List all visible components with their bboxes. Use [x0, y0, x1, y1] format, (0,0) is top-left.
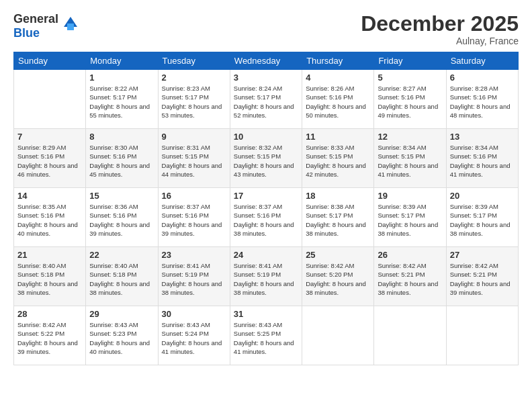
calendar-header-wednesday: Wednesday [230, 52, 302, 70]
calendar-header-saturday: Saturday [446, 52, 518, 70]
day-detail: Sunrise: 8:28 AMSunset: 5:16 PMDaylight:… [450, 84, 515, 120]
day-number: 23 [162, 250, 226, 260]
day-number: 25 [306, 250, 370, 260]
calendar-cell: 14Sunrise: 8:35 AMSunset: 5:16 PMDayligh… [14, 188, 86, 247]
day-detail: Sunrise: 8:40 AMSunset: 5:18 PMDaylight:… [89, 261, 154, 297]
calendar-cell: 3Sunrise: 8:24 AMSunset: 5:17 PMDaylight… [230, 70, 302, 129]
day-detail: Sunrise: 8:39 AMSunset: 5:17 PMDaylight:… [378, 202, 442, 238]
logo: General Blue [13, 12, 81, 40]
day-number: 24 [234, 250, 298, 260]
calendar-cell: 20Sunrise: 8:39 AMSunset: 5:17 PMDayligh… [446, 188, 518, 247]
header: General Blue December 2025 Aulnay, Franc… [13, 12, 519, 46]
calendar-cell: 9Sunrise: 8:31 AMSunset: 5:15 PMDaylight… [158, 129, 230, 188]
logo-text: General Blue [13, 12, 58, 40]
calendar-week-5: 28Sunrise: 8:42 AMSunset: 5:22 PMDayligh… [14, 306, 519, 365]
day-detail: Sunrise: 8:32 AMSunset: 5:15 PMDaylight:… [234, 143, 298, 179]
calendar-cell: 21Sunrise: 8:40 AMSunset: 5:18 PMDayligh… [14, 247, 86, 306]
calendar-cell: 4Sunrise: 8:26 AMSunset: 5:16 PMDaylight… [302, 70, 374, 129]
day-detail: Sunrise: 8:41 AMSunset: 5:19 PMDaylight:… [162, 261, 226, 297]
day-number: 8 [89, 132, 154, 142]
day-number: 15 [89, 191, 154, 201]
calendar-cell: 29Sunrise: 8:43 AMSunset: 5:23 PMDayligh… [86, 306, 158, 365]
calendar-week-2: 7Sunrise: 8:29 AMSunset: 5:16 PMDaylight… [14, 129, 519, 188]
day-number: 26 [378, 250, 442, 260]
calendar-cell: 5Sunrise: 8:27 AMSunset: 5:16 PMDaylight… [374, 70, 446, 129]
day-number: 29 [89, 309, 154, 319]
calendar-cell [374, 306, 446, 365]
calendar-cell: 12Sunrise: 8:34 AMSunset: 5:15 PMDayligh… [374, 129, 446, 188]
day-number: 30 [162, 309, 226, 319]
day-detail: Sunrise: 8:36 AMSunset: 5:16 PMDaylight:… [89, 202, 154, 238]
day-number: 28 [17, 309, 82, 319]
calendar-cell: 15Sunrise: 8:36 AMSunset: 5:16 PMDayligh… [86, 188, 158, 247]
calendar-header-row: SundayMondayTuesdayWednesdayThursdayFrid… [14, 52, 519, 70]
day-detail: Sunrise: 8:42 AMSunset: 5:21 PMDaylight:… [450, 261, 515, 297]
calendar-cell: 23Sunrise: 8:41 AMSunset: 5:19 PMDayligh… [158, 247, 230, 306]
day-detail: Sunrise: 8:24 AMSunset: 5:17 PMDaylight:… [234, 84, 298, 120]
calendar-cell: 17Sunrise: 8:37 AMSunset: 5:16 PMDayligh… [230, 188, 302, 247]
calendar-header-friday: Friday [374, 52, 446, 70]
day-detail: Sunrise: 8:42 AMSunset: 5:20 PMDaylight:… [306, 261, 370, 297]
calendar-header-sunday: Sunday [14, 52, 86, 70]
calendar-cell: 6Sunrise: 8:28 AMSunset: 5:16 PMDaylight… [446, 70, 518, 129]
day-number: 13 [450, 132, 515, 142]
calendar-cell: 26Sunrise: 8:42 AMSunset: 5:21 PMDayligh… [374, 247, 446, 306]
calendar-week-4: 21Sunrise: 8:40 AMSunset: 5:18 PMDayligh… [14, 247, 519, 306]
calendar-cell [14, 70, 86, 129]
day-number: 31 [234, 309, 298, 319]
svg-marker-1 [67, 24, 74, 30]
day-detail: Sunrise: 8:37 AMSunset: 5:16 PMDaylight:… [162, 202, 226, 238]
calendar-week-1: 1Sunrise: 8:22 AMSunset: 5:17 PMDaylight… [14, 70, 519, 129]
calendar-cell: 2Sunrise: 8:23 AMSunset: 5:17 PMDaylight… [158, 70, 230, 129]
calendar-cell: 31Sunrise: 8:43 AMSunset: 5:25 PMDayligh… [230, 306, 302, 365]
location: Aulnay, France [361, 36, 519, 46]
day-number: 3 [234, 73, 298, 83]
calendar-cell: 28Sunrise: 8:42 AMSunset: 5:22 PMDayligh… [14, 306, 86, 365]
calendar-cell: 22Sunrise: 8:40 AMSunset: 5:18 PMDayligh… [86, 247, 158, 306]
day-detail: Sunrise: 8:38 AMSunset: 5:17 PMDaylight:… [306, 202, 370, 238]
day-detail: Sunrise: 8:42 AMSunset: 5:22 PMDaylight:… [17, 320, 82, 356]
day-number: 21 [17, 250, 82, 260]
day-detail: Sunrise: 8:30 AMSunset: 5:16 PMDaylight:… [89, 143, 154, 179]
logo-blue: Blue [13, 26, 40, 40]
calendar-cell: 7Sunrise: 8:29 AMSunset: 5:16 PMDaylight… [14, 129, 86, 188]
calendar-header-monday: Monday [86, 52, 158, 70]
day-number: 18 [306, 191, 370, 201]
calendar-cell: 16Sunrise: 8:37 AMSunset: 5:16 PMDayligh… [158, 188, 230, 247]
calendar: SundayMondayTuesdayWednesdayThursdayFrid… [13, 52, 519, 365]
day-number: 4 [306, 73, 370, 83]
day-detail: Sunrise: 8:42 AMSunset: 5:21 PMDaylight:… [378, 261, 442, 297]
day-number: 12 [378, 132, 442, 142]
calendar-cell: 11Sunrise: 8:33 AMSunset: 5:15 PMDayligh… [302, 129, 374, 188]
day-detail: Sunrise: 8:43 AMSunset: 5:25 PMDaylight:… [234, 320, 298, 356]
day-detail: Sunrise: 8:27 AMSunset: 5:16 PMDaylight:… [378, 84, 442, 120]
calendar-header-tuesday: Tuesday [158, 52, 230, 70]
calendar-cell: 24Sunrise: 8:41 AMSunset: 5:19 PMDayligh… [230, 247, 302, 306]
day-detail: Sunrise: 8:31 AMSunset: 5:15 PMDaylight:… [162, 143, 226, 179]
day-number: 16 [162, 191, 226, 201]
day-number: 9 [162, 132, 226, 142]
calendar-header-thursday: Thursday [302, 52, 374, 70]
day-detail: Sunrise: 8:43 AMSunset: 5:23 PMDaylight:… [89, 320, 154, 356]
day-detail: Sunrise: 8:34 AMSunset: 5:16 PMDaylight:… [450, 143, 515, 179]
day-detail: Sunrise: 8:35 AMSunset: 5:16 PMDaylight:… [17, 202, 82, 238]
calendar-cell: 1Sunrise: 8:22 AMSunset: 5:17 PMDaylight… [86, 70, 158, 129]
day-number: 11 [306, 132, 370, 142]
day-detail: Sunrise: 8:41 AMSunset: 5:19 PMDaylight:… [234, 261, 298, 297]
calendar-week-3: 14Sunrise: 8:35 AMSunset: 5:16 PMDayligh… [14, 188, 519, 247]
day-detail: Sunrise: 8:26 AMSunset: 5:16 PMDaylight:… [306, 84, 370, 120]
day-number: 2 [162, 73, 226, 83]
day-detail: Sunrise: 8:23 AMSunset: 5:17 PMDaylight:… [162, 84, 226, 120]
day-detail: Sunrise: 8:22 AMSunset: 5:17 PMDaylight:… [89, 84, 154, 120]
month-title: December 2025 [361, 12, 519, 36]
title-block: December 2025 Aulnay, France [361, 12, 519, 46]
calendar-cell: 10Sunrise: 8:32 AMSunset: 5:15 PMDayligh… [230, 129, 302, 188]
day-number: 27 [450, 250, 515, 260]
page: General Blue December 2025 Aulnay, Franc… [0, 0, 532, 411]
day-detail: Sunrise: 8:43 AMSunset: 5:24 PMDaylight:… [162, 320, 226, 356]
day-number: 10 [234, 132, 298, 142]
day-detail: Sunrise: 8:40 AMSunset: 5:18 PMDaylight:… [17, 261, 82, 297]
logo-icon [60, 13, 81, 34]
calendar-cell [302, 306, 374, 365]
calendar-cell: 25Sunrise: 8:42 AMSunset: 5:20 PMDayligh… [302, 247, 374, 306]
